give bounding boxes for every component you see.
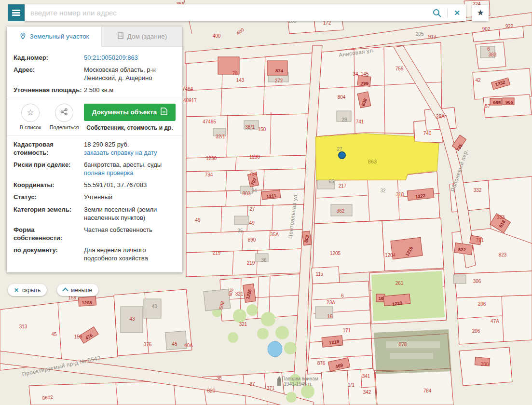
collapse-panel-label: меньше — [71, 287, 92, 294]
svg-text:47А: 47А — [491, 319, 499, 324]
cost-certificate-link[interactable]: заказать справку на дату — [84, 148, 157, 157]
area-row: Уточненная площадь: 2 500 кв.м — [14, 86, 176, 94]
address-label: Адрес: — [14, 66, 84, 82]
svg-text:143: 143 — [236, 78, 245, 83]
search-icon[interactable] — [432, 8, 442, 18]
hide-panel-button[interactable]: ✕ скрыть — [8, 284, 47, 296]
svg-text:206: 206 — [478, 301, 486, 307]
svg-text:362: 362 — [337, 208, 345, 214]
svg-text:34: 34 — [353, 71, 358, 77]
svg-text:32/1: 32/1 — [216, 134, 225, 139]
add-to-list-label: В список — [14, 124, 47, 130]
svg-text:37: 37 — [249, 381, 255, 387]
svg-text:43: 43 — [151, 304, 157, 309]
svg-text:32: 32 — [380, 188, 386, 193]
divider — [7, 135, 182, 136]
svg-text:35А: 35А — [270, 232, 279, 237]
svg-text:791: 791 — [476, 238, 484, 243]
svg-text:965: 965 — [505, 99, 514, 105]
coordinates-label: Координаты: — [14, 181, 84, 189]
full-check-link[interactable]: полная проверка — [84, 169, 134, 177]
svg-text:272: 272 — [275, 78, 283, 83]
panel-tabs: Земельный участок Дом (здание) — [7, 27, 182, 47]
close-icon: ✕ — [14, 287, 19, 294]
svg-text:200: 200 — [481, 362, 489, 367]
favorites-button[interactable]: ★ — [472, 5, 489, 21]
svg-text:371: 371 — [267, 386, 275, 391]
add-to-list-button[interactable]: ☆ В список — [14, 104, 47, 130]
pond — [268, 341, 282, 357]
svg-text:822: 822 — [458, 247, 466, 252]
svg-text:1941-1945 гг.: 1941-1945 гг. — [284, 381, 312, 387]
area-label: Уточненная площадь: — [14, 86, 84, 94]
svg-text:332: 332 — [474, 188, 482, 193]
clear-search-button[interactable]: ✕ — [453, 9, 461, 17]
cadastral-cost-value: 18 290 825 руб. — [84, 141, 129, 148]
land-category-label: Категория земель: — [14, 205, 84, 222]
land-category-row: Категория земель: Земли поселений (земли… — [14, 205, 176, 222]
selected-parcel-marker — [339, 152, 345, 159]
cadastral-number-label: Кад.номер: — [14, 54, 84, 62]
search-input[interactable] — [29, 8, 432, 17]
svg-text:1205: 1205 — [330, 251, 341, 256]
collapse-panel-button[interactable]: меньше — [57, 284, 98, 296]
cadastral-cost-row: Кадастровая стоимость: 18 290 825 руб. з… — [14, 140, 176, 157]
object-documents-button[interactable]: Документы объекта — [84, 104, 176, 121]
svg-text:1230: 1230 — [249, 154, 260, 160]
svg-text:400: 400 — [213, 33, 221, 39]
star-outline-icon: ☆ — [27, 108, 34, 117]
svg-text:799: 799 — [361, 81, 368, 86]
address-row: Адрес: Московская область, р-н Ленинский… — [14, 66, 176, 82]
svg-text:43: 43 — [129, 316, 135, 322]
svg-text:16: 16 — [379, 296, 384, 301]
svg-text:823: 823 — [499, 252, 507, 257]
svg-text:219: 219 — [213, 250, 221, 256]
svg-text:1204: 1204 — [385, 253, 396, 258]
svg-text:27: 27 — [249, 206, 255, 212]
pin-icon — [19, 32, 27, 41]
svg-text:784: 784 — [423, 388, 432, 393]
svg-text:34: 34 — [251, 188, 257, 193]
svg-text:11з: 11з — [316, 271, 323, 277]
ownership-row: Форма собственности: Частная собственнос… — [14, 226, 176, 242]
cadastral-number-link[interactable]: 50:21:0050209:863 — [84, 54, 138, 62]
status-value: Учтенный — [84, 193, 176, 201]
risks-row: Риски при сделке: банкротства, аресты, с… — [14, 161, 176, 177]
svg-text:874: 874 — [275, 68, 284, 73]
svg-text:65: 65 — [328, 179, 334, 184]
ownership-value: Частная собственность — [84, 226, 176, 242]
svg-text:45: 45 — [172, 341, 177, 347]
svg-text:740: 740 — [423, 131, 432, 136]
svg-text:376: 376 — [144, 342, 152, 347]
svg-text:29А: 29А — [436, 114, 445, 119]
svg-text:42: 42 — [475, 78, 481, 83]
svg-text:23А: 23А — [327, 300, 335, 305]
svg-text:206: 206 — [472, 328, 480, 334]
svg-text:171: 171 — [343, 328, 351, 333]
risks-value: банкротства, аресты, суды — [84, 161, 162, 168]
svg-text:45: 45 — [51, 332, 57, 337]
svg-text:734: 734 — [249, 171, 258, 176]
coordinates-row: Координаты: 55.591701, 37.767083 — [14, 181, 176, 189]
divider — [7, 99, 182, 99]
svg-text:321: 321 — [239, 322, 247, 327]
share-label: Поделиться — [47, 124, 81, 130]
share-button[interactable]: Поделиться — [47, 104, 81, 130]
menu-button[interactable] — [8, 4, 25, 21]
svg-text:922: 922 — [505, 24, 514, 29]
svg-text:318: 318 — [396, 192, 404, 197]
svg-text:57: 57 — [485, 104, 491, 109]
parcel-info-panel: Земельный участок Дом (здание) Кад.номер… — [7, 27, 182, 272]
coordinates-value: 55.591701, 37.767083 — [84, 181, 176, 189]
share-icon — [60, 108, 68, 118]
tab-land-parcel[interactable]: Земельный участок — [7, 27, 101, 47]
svg-text:863: 863 — [368, 159, 377, 164]
status-row: Статус: Учтенный — [14, 193, 176, 201]
panel-body: Кад.номер: 50:21:0050209:863 Адрес: Моск… — [7, 47, 182, 272]
svg-text:38: 38 — [216, 376, 222, 381]
svg-text:219: 219 — [247, 260, 255, 266]
status-label: Статус: — [14, 193, 84, 201]
hide-panel-label: скрыть — [22, 287, 41, 294]
svg-text:35: 35 — [237, 228, 243, 233]
tab-building[interactable]: Дом (здание) — [101, 27, 182, 47]
